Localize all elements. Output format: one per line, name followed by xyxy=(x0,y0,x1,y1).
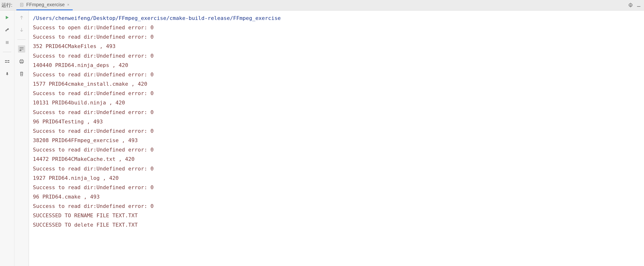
output-line: 140440 PRID64.ninja_deps , 420 xyxy=(33,61,640,70)
run-tab-label: FFmpeg_exercise xyxy=(26,2,65,8)
minimize-icon[interactable] xyxy=(636,3,642,8)
header-actions xyxy=(628,3,644,8)
layout-icon[interactable] xyxy=(4,58,11,65)
svg-marker-6 xyxy=(6,16,9,19)
svg-rect-11 xyxy=(8,62,9,63)
print-icon[interactable] xyxy=(18,58,25,65)
divider xyxy=(3,52,11,52)
console-output[interactable]: /Users/chenweifeng/Desktop/FFmpeg_exerci… xyxy=(29,11,644,266)
output-line: 96 PRID64Testing , 493 xyxy=(33,117,640,126)
output-line: 1577 PRID64cmake_install.cmake , 420 xyxy=(33,79,640,89)
output-line: SUCCESSED TO delete FILE TEXT.TXT xyxy=(33,220,640,229)
gear-icon[interactable] xyxy=(628,3,634,8)
run-tab[interactable]: FFmpeg_exercise × xyxy=(16,0,73,10)
output-line: Success to read dir:Undefined error: 0 xyxy=(33,164,640,173)
output-line: 38208 PRID64FFmpeg_exercise , 493 xyxy=(33,136,640,145)
output-line: 10131 PRID64build.ninja , 420 xyxy=(33,98,640,107)
wrench-icon[interactable] xyxy=(4,27,11,34)
toolbar-second xyxy=(14,11,29,266)
svg-point-4 xyxy=(630,5,631,6)
output-line: 352 PRID64CMakeFiles , 493 xyxy=(33,42,640,51)
soft-wrap-icon[interactable] xyxy=(18,45,25,53)
stop-button[interactable] xyxy=(4,39,11,46)
output-line: Success to read dir:Undefined error: 0 xyxy=(33,201,640,211)
svg-rect-16 xyxy=(20,62,23,63)
output-line: SUCCESSED TO RENAME FILE TEXT.TXT xyxy=(33,211,640,220)
output-line: Success to read dir:Undefined error: 0 xyxy=(33,126,640,136)
output-line: Success to read dir:Undefined error: 0 xyxy=(33,108,640,117)
pin-icon[interactable] xyxy=(4,70,11,78)
output-line: Success to read dir:Undefined error: 0 xyxy=(33,183,640,192)
executable-path: /Users/chenweifeng/Desktop/FFmpeg_exerci… xyxy=(33,14,640,23)
output-line: Success to open dir:Undefined error: 0 xyxy=(33,23,640,32)
svg-rect-9 xyxy=(5,62,7,63)
output-line: Success to read dir:Undefined error: 0 xyxy=(33,145,640,154)
output-line: 1927 PRID64.ninja_log , 420 xyxy=(33,173,640,183)
close-icon[interactable]: × xyxy=(67,3,69,7)
output-line: Success to read dir:Undefined error: 0 xyxy=(33,32,640,42)
output-line: Success to read dir:Undefined error: 0 xyxy=(33,89,640,98)
svg-rect-8 xyxy=(5,60,7,61)
run-panel-header: 运行: FFmpeg_exercise × xyxy=(0,0,644,11)
output-line: Success to read dir:Undefined error: 0 xyxy=(33,70,640,79)
toolbar-left xyxy=(0,11,14,266)
svg-rect-5 xyxy=(637,6,640,7)
file-icon xyxy=(20,3,24,7)
trash-icon[interactable] xyxy=(18,70,25,78)
arrow-down-icon[interactable] xyxy=(18,27,25,34)
run-button[interactable] xyxy=(4,14,11,21)
svg-rect-10 xyxy=(8,60,9,61)
output-line: 96 PRID64.cmake , 493 xyxy=(33,192,640,201)
svg-rect-7 xyxy=(6,41,9,44)
output-line: Success to read dir:Undefined error: 0 xyxy=(33,51,640,61)
run-label: 运行: xyxy=(0,2,16,9)
divider xyxy=(17,39,26,40)
arrow-up-icon[interactable] xyxy=(18,14,25,21)
output-line: 14472 PRID64CMakeCache.txt , 420 xyxy=(33,154,640,164)
